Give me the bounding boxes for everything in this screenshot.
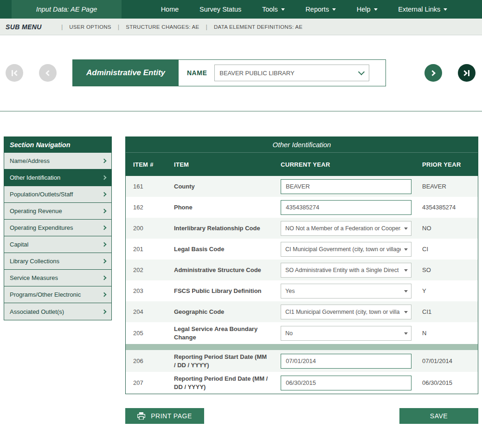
submenu-item-user-options[interactable]: USER OPTIONS [69, 24, 111, 30]
section-separator-bar [126, 344, 478, 350]
name-label: NAME [187, 69, 207, 77]
column-header-item-num: ITEM # [126, 161, 167, 168]
geographic-code-select[interactable]: CI1 Municipal Government (city, town or … [281, 305, 411, 319]
chevron-left-icon [45, 70, 51, 76]
item-label: Reporting Period Start Date (MM / DD / Y… [167, 353, 273, 369]
item-label: Administrative Structure Code [167, 266, 273, 274]
table-row: 206 Reporting Period Start Date (MM / DD… [126, 350, 478, 372]
chevron-right-icon [102, 175, 107, 180]
sidebar-item-service-measures[interactable]: Service Measures [4, 270, 111, 286]
item-label: County [167, 182, 273, 191]
first-record-icon [12, 70, 17, 76]
prior-year-value: N [415, 330, 478, 337]
entity-title: Administrative Entity [73, 60, 179, 86]
item-number: 207 [126, 379, 167, 386]
reporting-start-date-input[interactable] [281, 354, 411, 369]
section-navigation: Section Navigation Name/Address Other Id… [4, 136, 112, 320]
chevron-right-icon [102, 242, 107, 247]
chevron-right-icon [430, 70, 436, 76]
item-label: FSCS Public Library Definition [167, 287, 273, 295]
nav-item-external-links[interactable]: External Links [398, 6, 447, 13]
sidebar-item-operating-revenue[interactable]: Operating Revenue [4, 203, 111, 220]
chevron-right-icon [102, 192, 107, 197]
nav-active-tab[interactable]: Input Data: AE Page [12, 0, 122, 19]
prior-year-value: BEAVER [415, 183, 478, 190]
nav-item-survey-status[interactable]: Survey Status [199, 6, 241, 13]
prior-year-value: CI [415, 246, 478, 253]
next-record-button[interactable] [424, 64, 442, 82]
column-header-prior-year: PRIOR YEAR [415, 161, 478, 168]
table-title: Other Identification [126, 137, 478, 153]
item-number: 201 [126, 246, 167, 253]
prior-year-value: Y [415, 287, 478, 294]
county-input[interactable] [281, 179, 411, 194]
column-header-current-year: CURRENT YEAR [273, 161, 415, 168]
caret-down-icon [443, 8, 447, 11]
caret-down-icon [281, 8, 285, 11]
nav-item-reports[interactable]: Reports [305, 6, 336, 13]
table-row: 201 Legal Basis Code CI Municipal Govern… [126, 239, 478, 260]
submenu-item-data-element-definitions[interactable]: DATA ELEMENT DEFINITIONS: AE [214, 24, 302, 30]
table-row: 204 Geographic Code CI1 Municipal Govern… [126, 301, 478, 322]
sidebar-item-other-identification[interactable]: Other Identification [4, 169, 111, 186]
item-number: 200 [126, 225, 167, 232]
previous-record-button[interactable] [39, 64, 57, 82]
prior-year-value: 07/01/2014 [415, 357, 478, 364]
entity-name-area: NAME BEAVER PUBLIC LIBRARY [179, 60, 378, 86]
administrative-structure-select[interactable]: SO Administrative Entity with a Single D… [281, 263, 411, 278]
phone-input[interactable] [281, 200, 411, 215]
item-number: 203 [126, 287, 167, 294]
fscs-definition-select[interactable]: Yes [281, 284, 411, 299]
item-number: 204 [126, 308, 167, 315]
item-label: Phone [167, 203, 273, 212]
item-label: Geographic Code [167, 308, 273, 316]
caret-down-icon [332, 8, 336, 11]
sidebar-item-population-outlets-staff[interactable]: Population/Outlets/Staff [4, 186, 111, 203]
divider: | [118, 23, 119, 30]
nav-item-help[interactable]: Help [357, 6, 378, 13]
item-number: 161 [126, 183, 167, 190]
item-number: 205 [126, 330, 167, 337]
last-record-icon [464, 70, 469, 76]
chevron-right-icon [102, 159, 107, 163]
interlibrary-relationship-select[interactable]: NO Not a Member of a Federation or Coope… [281, 221, 411, 236]
sub-menu-title: SUB MENU [6, 23, 42, 31]
prior-year-value: SO [415, 266, 478, 273]
sidebar-item-library-collections[interactable]: Library Collections [4, 253, 111, 270]
first-record-button[interactable] [6, 64, 23, 82]
legal-basis-select[interactable]: CI Municipal Government (city, town or v… [281, 242, 411, 257]
table-row: 161 County BEAVER [126, 176, 478, 197]
prior-year-value: CI1 [415, 308, 478, 315]
chevron-right-icon [102, 209, 107, 214]
entity-name-select[interactable]: BEAVER PUBLIC LIBRARY [214, 65, 369, 81]
item-label: Reporting Period End Date (MM / DD / YYY… [167, 375, 273, 391]
reporting-end-date-input[interactable] [281, 376, 411, 390]
table-header-row: ITEM # ITEM CURRENT YEAR PRIOR YEAR [126, 153, 478, 176]
divider: | [206, 23, 207, 30]
sidebar-item-capital[interactable]: Capital [4, 236, 111, 253]
item-number: 206 [126, 357, 167, 364]
table-row: 162 Phone 4354385274 [126, 197, 478, 218]
printer-icon [137, 412, 145, 420]
table-row: 205 Legal Service Area Boundary Change N… [126, 322, 478, 344]
last-record-button[interactable] [458, 64, 476, 82]
sidebar-item-programs-other-electronic[interactable]: Programs/Other Electronic [4, 286, 111, 303]
table-row: 207 Reporting Period End Date (MM / DD /… [126, 372, 478, 394]
sidebar-item-associated-outlets[interactable]: Associated Outlet(s) [4, 303, 111, 320]
item-number: 162 [126, 204, 167, 211]
nav-item-tools[interactable]: Tools [262, 6, 285, 13]
prior-year-value: 4354385274 [415, 204, 478, 211]
sidebar-item-name-address[interactable]: Name/Address [4, 153, 111, 169]
section-divider [0, 111, 482, 111]
nav-item-home[interactable]: Home [161, 6, 179, 13]
nav-items: Home Survey Status Tools Reports Help Ex… [122, 0, 482, 19]
print-page-button[interactable]: PRINT PAGE [125, 408, 204, 424]
save-button[interactable]: SAVE [399, 408, 478, 424]
prior-year-value: NO [415, 225, 478, 232]
caret-down-icon [374, 8, 378, 11]
chevron-right-icon [102, 226, 107, 230]
boundary-change-select[interactable]: No [281, 326, 411, 341]
sidebar-item-operating-expenditures[interactable]: Operating Expenditures [4, 220, 111, 236]
section-navigation-title: Section Navigation [4, 137, 111, 153]
submenu-item-structure-changes[interactable]: STRUCTURE CHANGES: AE [126, 24, 199, 30]
